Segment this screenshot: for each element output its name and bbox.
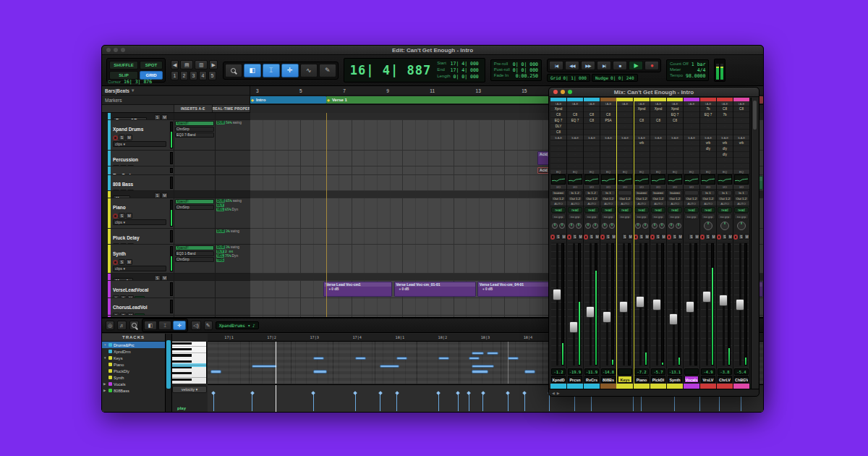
rtp-chip[interactable]: TRS xyxy=(216,258,224,262)
automation-mode-selector[interactable]: read xyxy=(668,207,682,213)
midi-track-item[interactable]: XpndDrm xyxy=(102,348,165,355)
insert-slot[interactable] xyxy=(700,130,716,135)
automation-mode-selector[interactable]: read xyxy=(684,207,699,213)
insert-slot[interactable]: Xpnd xyxy=(634,106,650,112)
send-slot[interactable] xyxy=(600,140,616,146)
fader-handle[interactable] xyxy=(652,299,661,311)
inserts-header[interactable]: I A-E xyxy=(700,101,716,106)
solo-button[interactable]: S xyxy=(722,234,727,240)
velocity-stem[interactable] xyxy=(380,393,380,411)
send-slot[interactable] xyxy=(700,158,716,164)
input-selector[interactable]: In 1-2 xyxy=(584,190,599,195)
track-name-cell[interactable]: Keys 1 S M xyxy=(108,191,174,198)
solo-button[interactable]: S xyxy=(689,234,694,240)
eq-curve-thumbnail[interactable] xyxy=(651,174,665,185)
mute-button[interactable]: M xyxy=(628,234,633,240)
input-selector[interactable]: Instrmt xyxy=(668,190,682,195)
insert-slot[interactable] xyxy=(650,130,666,135)
rtp-value[interactable]: 3% xyxy=(226,229,230,233)
sends-header[interactable]: S A-E xyxy=(717,135,733,140)
input-button[interactable]: 1 xyxy=(113,295,119,297)
record-enable-button[interactable] xyxy=(600,235,605,240)
insert-slot[interactable]: C8 xyxy=(717,106,733,112)
insert-slot[interactable] xyxy=(584,130,600,135)
inserts-header[interactable]: I A-E xyxy=(634,101,650,106)
send-slot[interactable] xyxy=(650,152,666,158)
insert-slot[interactable]: 7b xyxy=(700,106,716,112)
velocity-stem[interactable] xyxy=(396,393,397,411)
inserts-column-header[interactable]: INSERTS A-E xyxy=(174,105,213,112)
send-slot[interactable] xyxy=(700,164,716,169)
sends-header[interactable]: S A-E xyxy=(634,135,650,140)
insert-slot[interactable] xyxy=(684,124,699,130)
insert-slot[interactable] xyxy=(634,124,650,130)
fader-handle[interactable] xyxy=(553,289,561,300)
selector-tool[interactable]: ⌶ xyxy=(263,64,280,77)
inserts-header[interactable]: I A-E xyxy=(550,101,566,106)
track-name-cell[interactable]: Xpand Drums 1 S M clips ▾ xyxy=(108,120,174,150)
insert-slot[interactable] xyxy=(617,106,633,112)
send-slot[interactable] xyxy=(567,164,583,169)
eq-curve-thumbnail[interactable] xyxy=(618,174,632,185)
eq-thumbnail-header[interactable]: EQ xyxy=(634,169,650,174)
channel-name[interactable]: Synth xyxy=(668,376,682,383)
velocity-stem[interactable] xyxy=(438,393,439,411)
inserts-header[interactable]: I A-E xyxy=(717,101,733,106)
insert-plugin[interactable]: EQ3 1-Band xyxy=(175,251,214,256)
send-slot[interactable]: vrb xyxy=(733,140,749,146)
expand-caret-icon[interactable]: ▼ xyxy=(103,356,107,360)
pan-knob-left[interactable] xyxy=(569,223,574,229)
insert-plugin[interactable]: ChnStrp xyxy=(175,127,214,132)
scroll-right-icon[interactable]: ▶ xyxy=(557,391,560,395)
automation-mode-selector[interactable]: read xyxy=(634,207,649,213)
insert-plugin[interactable]: Xpand!! xyxy=(175,199,214,204)
solo-button[interactable]: S xyxy=(120,165,127,166)
rtp-chip[interactable]: DLY xyxy=(216,250,224,253)
output-selector[interactable]: Out 1-2 xyxy=(551,196,566,201)
eq-thumbnail-header[interactable]: EQ xyxy=(584,169,600,174)
insert-slot[interactable]: EQ 7 xyxy=(550,118,566,124)
track-name-cell[interactable]: Drums&Perc 1 S M xyxy=(108,113,174,119)
rtp-value[interactable]: 3% xyxy=(226,245,230,249)
mute-button[interactable]: M xyxy=(127,313,134,315)
mute-button[interactable]: M xyxy=(744,234,749,240)
eq-curve-thumbnail[interactable] xyxy=(634,174,649,185)
track-name[interactable]: Xpand Drums xyxy=(113,127,143,132)
rtp-chip[interactable]: VEL xyxy=(216,254,224,258)
output-selector[interactable]: Out 1-2 xyxy=(718,196,732,201)
target-icon[interactable]: ◎ xyxy=(106,321,114,330)
insert-slot[interactable]: C8 xyxy=(733,106,749,112)
mute-button[interactable]: M xyxy=(728,234,733,240)
send-slot[interactable] xyxy=(667,146,683,152)
group-assignment[interactable]: no grp xyxy=(718,214,732,219)
insert-slot[interactable] xyxy=(567,130,583,135)
transport-button[interactable]: ■ xyxy=(613,61,627,70)
grabber-tool-midi[interactable]: ✛ xyxy=(173,321,186,330)
insert-slot[interactable] xyxy=(684,130,699,135)
group-assignment[interactable]: no grp xyxy=(551,214,566,219)
insert-slot[interactable]: PSA xyxy=(600,118,616,124)
track-name-cell[interactable]: VerseLeadVocal 1 S M xyxy=(108,281,174,297)
solo-button[interactable]: S xyxy=(556,234,561,240)
volume-readout[interactable]: -13.1 xyxy=(668,368,682,375)
pan-knob-right[interactable] xyxy=(659,223,665,229)
send-slot[interactable] xyxy=(567,140,583,146)
mute-button[interactable]: M xyxy=(711,234,716,240)
insert-slot[interactable] xyxy=(717,118,733,124)
send-slot[interactable] xyxy=(700,152,716,158)
eq-thumbnail-header[interactable]: EQ xyxy=(617,169,633,174)
post-roll-value[interactable]: 0| 0| 000 xyxy=(513,67,538,73)
insert-slot[interactable] xyxy=(567,124,583,130)
insert-slot[interactable]: C8 xyxy=(600,112,616,118)
group-assignment[interactable]: no grp xyxy=(701,214,715,219)
solo-button[interactable]: S xyxy=(639,234,644,240)
send-slot[interactable] xyxy=(600,158,616,164)
zoom-preset-button[interactable]: 4 xyxy=(199,71,207,80)
solo-button[interactable]: S xyxy=(119,213,125,219)
volume-readout[interactable] xyxy=(618,368,632,375)
send-slot[interactable] xyxy=(717,164,733,169)
track-name[interactable]: Keys xyxy=(113,195,130,198)
midi-note[interactable] xyxy=(469,357,480,360)
zoom-tool[interactable] xyxy=(225,64,242,77)
midi-note[interactable] xyxy=(355,357,366,360)
